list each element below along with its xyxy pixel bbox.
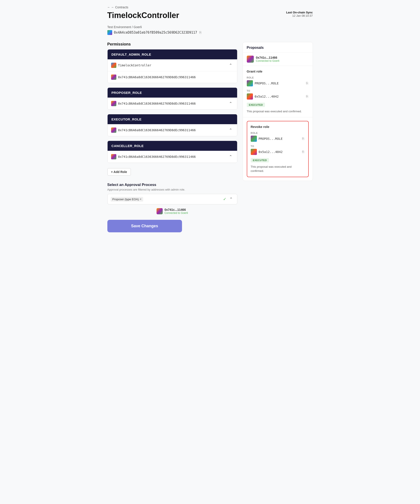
revoke-role-icon [251,136,257,142]
grant-role-value: PROPOS...ROLE [255,82,304,85]
role-address-3: 0x741cB6A6a8dC16363666462769D8dEc9963114… [118,155,196,158]
sync-info: Last On-chain Sync 12 Jan 08:10:37 [286,11,313,17]
save-changes-button[interactable]: Save Changes [107,220,182,232]
permissions-section-title: Permissions [107,42,237,47]
role-expand-button-3[interactable]: ⌃ [228,154,233,160]
back-link-label: ← Contracts [111,6,128,9]
approval-tag[interactable]: Proposer (type EOA) × [111,197,143,202]
role-icon-1 [111,101,116,106]
approval-tag-label: Proposer (type EOA) [112,198,139,201]
proposals-connected-row: 0x741c...11466 Connected to Goerli [243,53,313,66]
role-icon-3 [111,154,116,159]
role-address-2: 0x741cB6A6a8dC16363666462769D8dEc9963114… [118,128,196,132]
check-icon: ✓ [223,197,226,202]
grant-executed-text: This proposal was executed and confirmed… [247,109,309,114]
revoke-role-label: ROLE [251,132,305,134]
proposals-addr-text: 0x741c...11466 [256,56,280,59]
revoke-to-copy-button[interactable]: ⎘ [302,150,305,154]
grant-to-copy-button[interactable]: ⎘ [306,94,309,99]
role-block-canceller: CANCELLER_ROLE 0x741cB6A6a8dC16363666462… [107,141,237,163]
role-header-proposer: PROPOSER_ROLE [108,88,237,98]
environment-label: Test Environment / Goerli [107,25,313,29]
sync-label: Last On-chain Sync [286,11,313,14]
approval-wallet-icon [157,208,163,214]
role-icon-2 [111,127,116,133]
revoke-to-label: TO [251,145,305,148]
role-header-executor: EXECUTOR_ROLE [108,114,237,124]
revoke-executed-badge: EXECUTED [251,158,269,162]
proposals-wallet-icon [247,56,254,63]
role-expand-button-1[interactable]: ⌃ [228,101,233,106]
role-block-default-admin: DEFAULT_ADMIN_ROLE TimelockController ⌃ … [107,49,237,83]
approval-title: Select an Approval Process [107,183,237,187]
revoke-role-title: Revoke role [251,125,305,129]
grant-role-icon [247,80,253,86]
approval-subtitle: Approval processes are filtered by addre… [107,188,237,191]
role-icon-0b [111,74,116,80]
revoke-role-value: PROPOS...ROLE [259,137,300,140]
role-header-default-admin: DEFAULT_ADMIN_ROLE [108,49,237,59]
back-link[interactable]: ← ← Contracts [107,6,128,9]
role-block-executor: EXECUTOR_ROLE 0x741cB6A6a8dC163636664627… [107,114,237,136]
proposals-panel: Proposals 0x741c...11466 Connected to Go… [243,42,313,181]
grant-to-value: 0x5a12...4042 [255,95,304,98]
role-expand-button-0[interactable]: ⌃ [228,62,233,68]
approval-select[interactable]: Proposer (type EOA) × ✓ ⌃ [107,194,237,204]
role-expand-button-2[interactable]: ⌃ [228,127,233,133]
grant-role-copy-button[interactable]: ⎘ [306,81,309,86]
add-role-button[interactable]: + Add Role [107,168,131,176]
back-arrow-icon: ← [107,6,111,9]
approval-tag-remove[interactable]: × [140,198,141,201]
contract-address-icon [107,30,112,35]
approval-connected-label: Connected to Goerli [164,211,188,215]
role-icon-0 [111,63,116,68]
proposals-addr-block: 0x741c...11466 Connected to Goerli [256,56,280,62]
proposals-connected-label: Connected to Goerli [256,59,280,62]
sync-time: 12 Jan 08:10:37 [286,14,313,17]
role-header-canceller: CANCELLER_ROLE [108,141,237,151]
contract-address: 0x4A4ceD853a01eb76fB509a25c569D62C323D91… [114,30,197,35]
revoke-to-value: 0x5a12...4042 [259,150,300,154]
grant-role-title: Grant role [247,69,309,73]
grant-role-section: Grant role ROLE PROPOS...ROLE ⎘ TO 0x5a1… [243,66,313,117]
approval-connected-address-row: 0x741c...11466 Connected to Goerli [107,208,237,215]
copy-address-button[interactable]: ⎘ [199,30,202,35]
role-member-name-0: TimelockController [118,64,152,67]
grant-to-icon [247,93,253,100]
page-title: TimelockController [107,11,179,20]
grant-to-label: TO [247,90,309,92]
role-address-0: 0x741cB6A6a8dC16363666462769D8dEc9963114… [118,75,196,79]
revoke-role-copy-button[interactable]: ⎘ [302,136,305,141]
role-address-1: 0x741cB6A6a8dC16363666462769D8dEc9963114… [118,102,196,105]
role-block-proposer: PROPOSER_ROLE 0x741cB6A6a8dC163636664627… [107,88,237,110]
revoke-executed-text: This proposal was executed and confirmed… [251,165,305,173]
grant-executed-badge: EXECUTED [247,103,265,107]
revoke-role-section: Revoke role ROLE PROPOS...ROLE ⎘ TO 0x5a… [247,121,309,177]
approval-connected-addr: 0x741c...11466 [164,208,188,211]
approval-chevron-button[interactable]: ⌃ [228,196,234,202]
grant-role-label: ROLE [247,76,309,79]
proposals-panel-title: Proposals [243,42,313,53]
revoke-to-icon [251,149,257,155]
